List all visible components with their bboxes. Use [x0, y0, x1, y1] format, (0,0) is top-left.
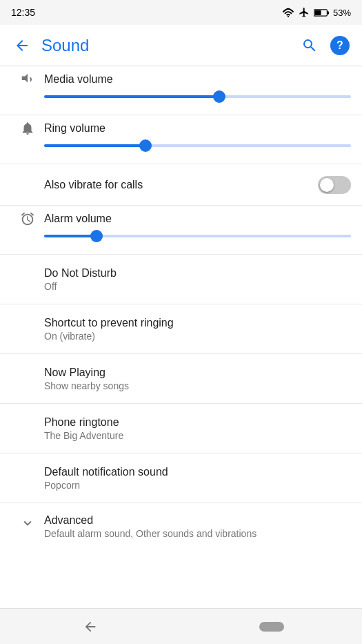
- do-not-disturb-label: Do Not Disturb: [44, 267, 351, 280]
- status-bar: 12:35 53%: [0, 0, 362, 25]
- do-not-disturb-row[interactable]: Do Not Disturb Off: [0, 255, 362, 304]
- ring-volume-slider[interactable]: [44, 139, 351, 153]
- ring-volume-label: Ring volume: [44, 122, 105, 135]
- media-volume-label: Media volume: [44, 73, 113, 86]
- phone-ringtone-label: Phone ringtone: [44, 416, 351, 429]
- nav-back-button[interactable]: [70, 613, 111, 641]
- phone-ringtone-value: The Big Adventure: [44, 430, 351, 441]
- help-button[interactable]: ?: [326, 32, 354, 59]
- default-notification-sound-label: Default notification sound: [44, 466, 351, 478]
- battery-percentage: 53%: [333, 8, 351, 18]
- app-bar: Sound ?: [0, 25, 362, 66]
- advanced-row[interactable]: Advanced Default alarm sound, Other soun…: [0, 503, 362, 553]
- phone-ringtone-row[interactable]: Phone ringtone The Big Adventure: [0, 404, 362, 453]
- status-icons: 53%: [282, 7, 351, 18]
- advanced-subtitle: Default alarm sound, Other sounds and vi…: [44, 528, 351, 539]
- back-arrow-icon: [14, 37, 30, 54]
- nav-home-button[interactable]: [251, 613, 292, 641]
- battery-icon: [314, 8, 329, 17]
- media-volume-slider[interactable]: [44, 90, 351, 104]
- settings-content: Media volume Ring volume: [0, 66, 362, 608]
- help-icon: ?: [330, 36, 350, 55]
- do-not-disturb-value: Off: [44, 281, 351, 292]
- svg-point-0: [288, 16, 289, 17]
- advanced-label: Advanced: [44, 514, 351, 527]
- default-notification-sound-value: Popcorn: [44, 480, 351, 491]
- svg-rect-2: [328, 11, 329, 14]
- alarm-volume-label: Alarm volume: [44, 213, 112, 225]
- alarm-volume-icon: [11, 211, 44, 226]
- search-icon: [301, 37, 318, 54]
- ring-volume-icon: [11, 121, 44, 136]
- vibrate-for-calls-toggle[interactable]: [318, 176, 351, 194]
- vibrate-for-calls-label: Also vibrate for calls: [44, 179, 307, 191]
- shortcut-prevent-ringing-label: Shortcut to prevent ringing: [44, 317, 351, 329]
- now-playing-row[interactable]: Now Playing Show nearby songs: [0, 354, 362, 404]
- toggle-knob: [320, 178, 334, 192]
- wifi-icon: [282, 8, 294, 17]
- ring-volume-row: Ring volume: [0, 115, 362, 164]
- shortcut-prevent-ringing-row[interactable]: Shortcut to prevent ringing On (vibrate): [0, 304, 362, 354]
- now-playing-value: Show nearby songs: [44, 380, 351, 391]
- alarm-volume-row: Alarm volume: [0, 206, 362, 255]
- svg-rect-3: [314, 10, 321, 15]
- nav-back-icon: [83, 619, 98, 634]
- back-button[interactable]: [8, 32, 36, 59]
- advanced-expand-icon: [11, 514, 44, 531]
- app-bar-actions: ?: [296, 32, 354, 59]
- airplane-icon: [299, 7, 310, 18]
- search-button[interactable]: [296, 32, 323, 59]
- now-playing-label: Now Playing: [44, 367, 351, 379]
- bottom-navigation: [0, 608, 362, 644]
- nav-home-icon: [259, 622, 284, 632]
- default-notification-sound-row[interactable]: Default notification sound Popcorn: [0, 453, 362, 503]
- media-volume-row: Media volume: [0, 66, 362, 115]
- status-time: 12:35: [11, 7, 35, 18]
- vibrate-for-calls-row[interactable]: Also vibrate for calls: [0, 164, 362, 206]
- shortcut-prevent-ringing-value: On (vibrate): [44, 331, 351, 342]
- page-title: Sound: [41, 36, 296, 55]
- alarm-volume-slider[interactable]: [44, 229, 351, 243]
- media-volume-icon: [11, 72, 44, 87]
